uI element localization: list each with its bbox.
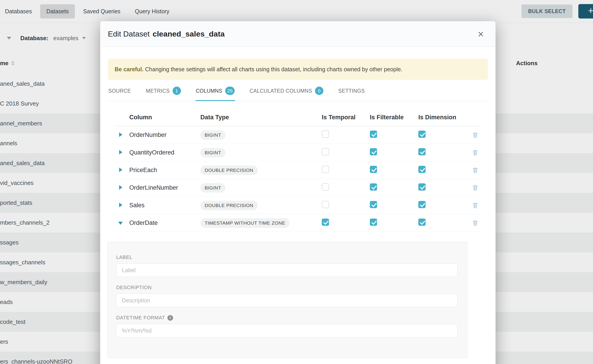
label-input[interactable]: [116, 263, 457, 277]
is-dimension-header: Is Dimension: [418, 114, 469, 121]
is-filterable-checkbox[interactable]: [370, 148, 377, 155]
is-filterable-checkbox[interactable]: [370, 130, 377, 138]
is-dimension-checkbox[interactable]: [418, 148, 426, 155]
tab-metrics[interactable]: METRICS 1: [145, 87, 181, 101]
description-field-group: DESCRIPTION: [116, 285, 457, 307]
data-type-pill: DOUBLE PRECISION: [200, 201, 258, 210]
is-temporal-checkbox[interactable]: [322, 183, 329, 191]
column-row: OrderNumber BIGINT: [115, 126, 481, 144]
tab-columns[interactable]: COLUMNS 25: [195, 87, 235, 101]
is-dimension-checkbox[interactable]: [418, 166, 426, 173]
modal-tabs: SOURCE METRICS 1 COLUMNS 25 CALCULATED C…: [108, 87, 488, 101]
edit-dataset-modal: Edit Dataset cleaned_sales_data × Be car…: [100, 21, 495, 364]
tab-calculated-columns[interactable]: CALCULATED COLUMNS 0: [249, 87, 324, 101]
delete-icon[interactable]: [469, 220, 481, 227]
is-dimension-checkbox[interactable]: [418, 130, 426, 138]
is-dimension-checkbox[interactable]: [418, 219, 426, 226]
expand-caret-icon[interactable]: [119, 203, 122, 207]
modal-title: Edit Dataset cleaned_sales_data: [108, 30, 225, 38]
datetime-format-field-label: DATETIME FORMAT i: [116, 315, 457, 321]
expand-caret-icon[interactable]: [119, 185, 122, 190]
tab-label: SETTINGS: [338, 87, 365, 94]
column-name: OrderNumber: [129, 131, 200, 138]
is-temporal-checkbox[interactable]: [322, 219, 329, 226]
tab-label: SOURCE: [108, 87, 131, 94]
metrics-count-badge: 1: [173, 87, 181, 95]
delete-icon[interactable]: [469, 132, 481, 138]
warning-text: Changing these settings will affect all …: [145, 66, 402, 72]
expand-caret-icon[interactable]: [119, 132, 122, 137]
is-filterable-header: Is Filterable: [370, 114, 418, 121]
is-temporal-checkbox[interactable]: [322, 201, 329, 208]
data-type-header: Data Type: [200, 114, 322, 121]
close-icon[interactable]: ×: [478, 29, 484, 39]
datetime-format-input[interactable]: [116, 324, 457, 337]
tab-label: CALCULATED COLUMNS: [250, 87, 312, 94]
delete-icon[interactable]: [469, 149, 481, 156]
is-filterable-checkbox[interactable]: [370, 219, 377, 226]
description-field-label: DESCRIPTION: [116, 285, 457, 291]
data-type-pill: BIGINT: [200, 148, 225, 157]
data-type-pill: BIGINT: [200, 183, 225, 193]
column-row: OrderDate TIMESTAMP WITHOUT TIME ZONE: [115, 214, 481, 232]
is-temporal-header: Is Temporal: [322, 114, 370, 121]
delete-icon[interactable]: [469, 202, 481, 209]
column-header: Column: [129, 114, 200, 121]
datetime-format-label-text: DATETIME FORMAT: [116, 315, 165, 321]
datetime-format-field-group: DATETIME FORMAT i: [116, 315, 457, 337]
is-dimension-checkbox[interactable]: [418, 201, 426, 208]
expand-caret-icon[interactable]: [119, 150, 122, 155]
tab-label: COLUMNS: [196, 87, 222, 94]
expand-caret-icon[interactable]: [119, 168, 122, 172]
tab-source[interactable]: SOURCE: [108, 87, 131, 101]
is-dimension-checkbox[interactable]: [418, 183, 426, 191]
label-field-label: LABEL: [116, 254, 457, 260]
warning-bold-text: Be careful.: [115, 66, 144, 72]
data-type-pill: BIGINT: [200, 130, 225, 140]
delete-icon[interactable]: [469, 167, 481, 174]
warning-banner: Be careful. Changing these settings will…: [108, 59, 488, 80]
columns-count-badge: 25: [225, 87, 235, 95]
column-name: OrderLineNumber: [129, 184, 200, 191]
is-temporal-checkbox[interactable]: [322, 148, 329, 155]
is-temporal-checkbox[interactable]: [322, 166, 329, 173]
expand-caret-icon[interactable]: [118, 222, 123, 225]
is-filterable-checkbox[interactable]: [370, 166, 377, 173]
column-row: PriceEach DOUBLE PRECISION: [115, 162, 481, 179]
column-row: Sales DOUBLE PRECISION: [115, 197, 481, 214]
calculated-columns-count-badge: 0: [315, 87, 323, 95]
column-detail-panel: LABEL DESCRIPTION DATETIME FORMAT i: [107, 241, 468, 358]
column-name: Sales: [129, 202, 200, 209]
modal-title-dataset-name: cleaned_sales_data: [152, 30, 224, 38]
column-name: PriceEach: [129, 167, 200, 174]
column-row: OrderLineNumber BIGINT: [115, 179, 481, 197]
data-type-pill: DOUBLE PRECISION: [200, 166, 258, 175]
is-filterable-checkbox[interactable]: [370, 183, 377, 191]
info-icon[interactable]: i: [167, 315, 173, 321]
column-name: QuantityOrdered: [129, 149, 200, 156]
tab-settings[interactable]: SETTINGS: [338, 87, 365, 101]
is-temporal-checkbox[interactable]: [322, 130, 329, 138]
label-field-group: LABEL: [116, 254, 457, 277]
is-filterable-checkbox[interactable]: [370, 201, 377, 208]
delete-icon[interactable]: [469, 184, 481, 191]
description-input[interactable]: [116, 294, 457, 307]
column-row: QuantityOrdered BIGINT: [115, 144, 481, 162]
modal-title-prefix: Edit Dataset: [108, 30, 150, 38]
tab-label: METRICS: [146, 87, 170, 94]
modal-header: Edit Dataset cleaned_sales_data ×: [100, 21, 495, 47]
columns-table-header: Column Data Type Is Temporal Is Filterab…: [115, 109, 481, 126]
column-name: OrderDate: [129, 220, 200, 227]
data-type-pill: TIMESTAMP WITHOUT TIME ZONE: [200, 218, 290, 228]
